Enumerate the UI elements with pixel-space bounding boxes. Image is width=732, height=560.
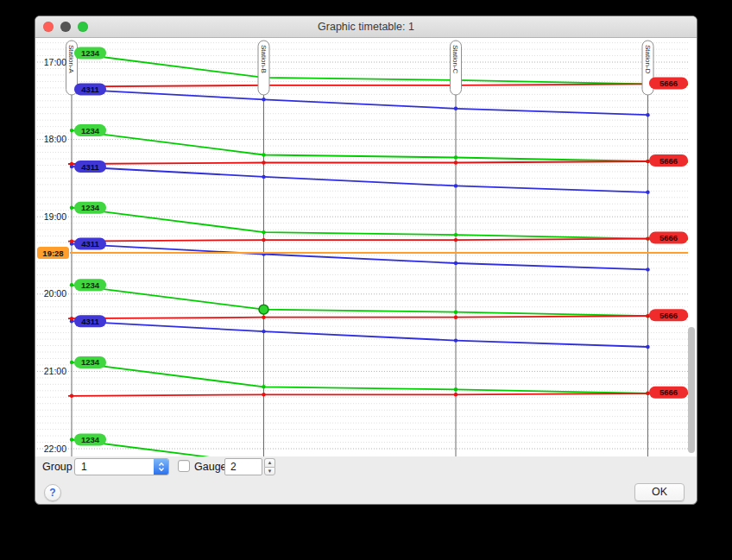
ok-button[interactable]: OK — [634, 483, 685, 501]
svg-text:Station-B: Station-B — [260, 45, 268, 73]
train-stop-dot[interactable] — [454, 233, 458, 236]
selected-stop-point[interactable] — [259, 305, 268, 314]
train-stop-dot[interactable] — [646, 191, 649, 194]
train-stop-dot[interactable] — [454, 311, 458, 314]
train-badge-4311[interactable]: 4311 — [74, 160, 106, 173]
train-stop-dot[interactable] — [70, 129, 73, 132]
train-stop-dot[interactable] — [70, 162, 73, 166]
help-button[interactable]: ? — [44, 484, 61, 501]
svg-text:5666: 5666 — [659, 156, 678, 166]
time-label: 19:00 — [44, 211, 66, 222]
group-combobox-value: 1 — [81, 461, 87, 473]
stepper-up-icon[interactable]: ▲ — [264, 458, 275, 467]
station-label-Station-B[interactable]: Station-B — [258, 41, 269, 95]
train-badge-5666[interactable]: 5666 — [649, 232, 688, 244]
train-stop-dot[interactable] — [70, 239, 73, 242]
svg-text:1234: 1234 — [81, 126, 100, 135]
train-stop-dot[interactable] — [454, 393, 458, 396]
train-badge-1234[interactable]: 1234 — [74, 279, 106, 291]
titlebar[interactable]: Graphic timetable: 1 — [35, 16, 697, 38]
train-stop-dot[interactable] — [70, 361, 73, 364]
train-badge-5666[interactable]: 5666 — [649, 309, 688, 321]
svg-text:1234: 1234 — [81, 435, 100, 444]
close-button[interactable] — [43, 22, 54, 32]
train-stop-dot[interactable] — [454, 184, 458, 187]
train-stop-dot[interactable] — [70, 394, 73, 398]
svg-text:4311: 4311 — [81, 162, 99, 172]
train-stop-dot[interactable] — [262, 153, 265, 156]
station-label-Station-C[interactable]: Station-C — [451, 41, 462, 95]
train-stop-dot[interactable] — [262, 385, 265, 388]
train-stop-dot[interactable] — [454, 238, 458, 242]
train-badge-4311[interactable]: 4311 — [74, 315, 106, 327]
train-badge-5666[interactable]: 5666 — [649, 387, 688, 399]
gauge-value-field[interactable]: 2 — [224, 458, 262, 475]
train-stop-dot[interactable] — [262, 160, 265, 164]
zoom-button[interactable] — [78, 22, 88, 32]
svg-text:Station-A: Station-A — [67, 45, 75, 74]
train-badge-1234[interactable]: 1234 — [74, 434, 106, 446]
graphic-timetable-window: Graphic timetable: 1 Station-AStation-BS… — [35, 16, 697, 505]
train-stop-dot[interactable] — [454, 261, 458, 265]
train-stop-dot[interactable] — [454, 387, 458, 391]
train-badge-1234[interactable]: 1234 — [74, 47, 106, 60]
svg-text:1234: 1234 — [81, 357, 100, 367]
time-label: 18:00 — [44, 134, 66, 144]
svg-text:1234: 1234 — [81, 203, 100, 212]
stepper-down-icon[interactable]: ▼ — [264, 467, 275, 476]
train-stop-dot[interactable] — [454, 107, 458, 110]
train-stop-dot[interactable] — [70, 317, 73, 320]
time-label: 21:00 — [44, 366, 66, 376]
train-stop-dot[interactable] — [646, 113, 649, 116]
train-badge-5666[interactable]: 5666 — [649, 77, 688, 89]
group-label: Group — [42, 461, 73, 473]
train-stop-dot[interactable] — [70, 437, 73, 441]
train-stop-dot[interactable] — [646, 267, 649, 271]
time-label: 20:00 — [44, 288, 66, 299]
train-badge-4311[interactable]: 4311 — [74, 238, 106, 250]
gauge-stepper[interactable]: ▲ ▼ — [264, 458, 275, 475]
combobox-arrows-icon[interactable] — [154, 459, 168, 475]
train-stop-dot[interactable] — [262, 316, 265, 319]
train-stop-dot[interactable] — [262, 393, 265, 396]
svg-text:5666: 5666 — [659, 79, 678, 88]
train-badge-5666[interactable]: 5666 — [649, 154, 688, 167]
train-badge-1234[interactable]: 1234 — [74, 356, 106, 368]
train-stop-dot[interactable] — [262, 175, 265, 179]
gauge-value: 2 — [230, 461, 237, 473]
train-stop-dot[interactable] — [70, 283, 73, 286]
gauge-checkbox[interactable] — [178, 460, 190, 472]
svg-text:4311: 4311 — [81, 85, 99, 94]
train-badge-1234[interactable]: 1234 — [74, 202, 106, 214]
train-stop-dot[interactable] — [454, 316, 458, 319]
train-stop-dot[interactable] — [454, 160, 458, 164]
train-stop-dot[interactable] — [262, 230, 265, 234]
svg-text:5666: 5666 — [659, 311, 678, 320]
train-stop-dot[interactable] — [262, 330, 265, 333]
svg-text:Station-D: Station-D — [644, 45, 652, 74]
svg-text:19:28: 19:28 — [42, 249, 63, 258]
svg-text:Station-C: Station-C — [451, 45, 459, 74]
train-badge-1234[interactable]: 1234 — [74, 124, 106, 136]
svg-text:4311: 4311 — [81, 239, 99, 249]
gauge-label: Gauge — [194, 461, 227, 473]
time-label: 22:00 — [44, 444, 66, 454]
train-stop-dot[interactable] — [454, 155, 458, 159]
group-combobox[interactable]: 1 — [74, 458, 169, 475]
svg-text:5666: 5666 — [659, 387, 678, 397]
train-stop-dot[interactable] — [262, 98, 265, 101]
svg-text:1234: 1234 — [81, 48, 100, 58]
train-stop-dot[interactable] — [646, 345, 649, 349]
svg-text:5666: 5666 — [659, 233, 678, 242]
timetable-chart[interactable]: Station-AStation-BStation-CStation-D17:0… — [35, 38, 697, 456]
minimize-button[interactable] — [60, 22, 71, 32]
train-stop-dot[interactable] — [70, 206, 73, 210]
train-badge-4311[interactable]: 4311 — [74, 83, 106, 95]
vertical-scrollbar-thumb[interactable] — [688, 327, 695, 453]
svg-text:1234: 1234 — [81, 280, 100, 290]
current-time-badge: 19:28 — [37, 247, 69, 259]
train-stop-dot[interactable] — [262, 238, 265, 242]
timetable-canvas[interactable]: Station-AStation-BStation-CStation-D17:0… — [35, 38, 697, 456]
train-stop-dot[interactable] — [454, 338, 458, 342]
svg-text:4311: 4311 — [81, 317, 99, 326]
